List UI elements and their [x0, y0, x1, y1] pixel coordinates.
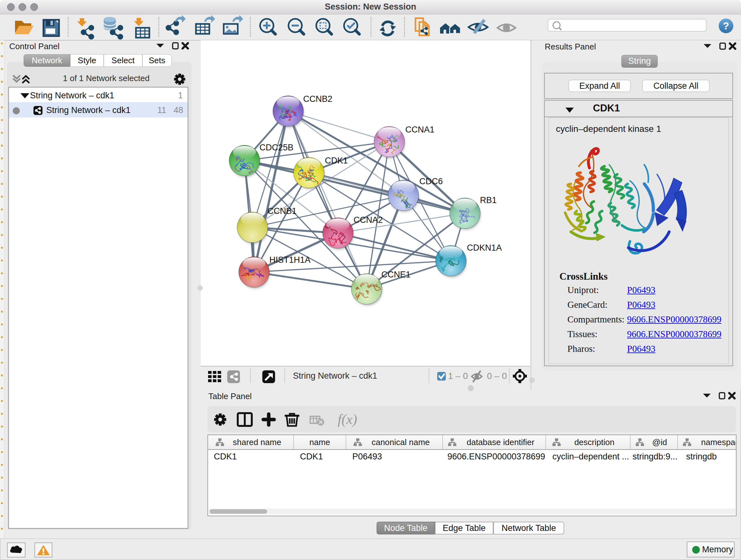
- svg-text:CCNB1: CCNB1: [267, 206, 297, 216]
- svg-text:CCNE1: CCNE1: [381, 270, 411, 279]
- svg-text:CDC6: CDC6: [419, 177, 443, 186]
- svg-text:HIST1H1A: HIST1H1A: [269, 255, 311, 265]
- svg-text:CDK1: CDK1: [325, 156, 348, 165]
- svg-text:CCNA2: CCNA2: [354, 215, 383, 225]
- svg-text:CDC25B: CDC25B: [259, 143, 293, 152]
- svg-text:CCNB2: CCNB2: [303, 94, 333, 104]
- svg-text:f(x): f(x): [338, 412, 357, 427]
- svg-text:CDKN1A: CDKN1A: [467, 243, 502, 253]
- svg-text:RB1: RB1: [480, 195, 497, 205]
- svg-text:CCNA1: CCNA1: [405, 125, 434, 134]
